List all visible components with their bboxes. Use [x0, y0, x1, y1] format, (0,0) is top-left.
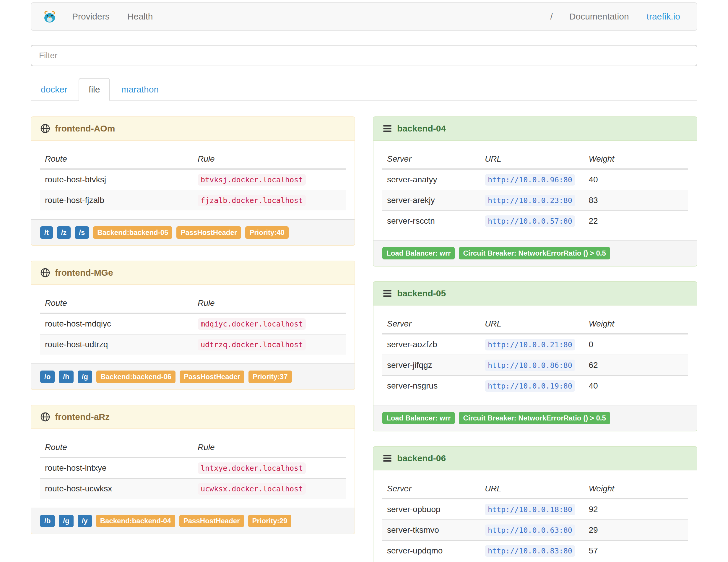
weight-column-header: Weight: [584, 150, 688, 169]
backend-title: backend-05: [397, 288, 446, 298]
server-weight: 40: [584, 169, 688, 190]
server-list-icon: [382, 124, 392, 134]
server-url-code: http://10.0.0.63:80: [485, 524, 575, 536]
entrypoint-badge: /z: [57, 226, 71, 239]
content-row: frontend-AOm Route Rule route-host-btvks…: [22, 116, 706, 562]
server-weight: 0: [584, 334, 688, 355]
rule-column-header: Rule: [193, 150, 346, 169]
frontend-panel-header: frontend-aRz: [31, 405, 355, 429]
tab-marathon[interactable]: marathon: [111, 78, 169, 101]
frontend-config-badge: Backend:backend-04: [96, 515, 175, 527]
frontend-panel-footer: /t/z/sBackend:backend-05PassHostHeaderPr…: [31, 219, 355, 245]
url-cell: http://10.0.0.63:80: [480, 520, 584, 540]
server-url-code: http://10.0.0.86:80: [485, 360, 575, 371]
frontend-config-badge: Backend:backend-05: [93, 226, 172, 239]
server-url-code: http://10.0.0.96:80: [485, 174, 575, 186]
tab-label: docker: [41, 85, 67, 94]
navbar-right: / Documentation traefik.io: [542, 3, 697, 30]
backend-panel: backend-05 Server URL Weight server-aozf…: [373, 281, 697, 431]
server-weight: 62: [584, 355, 688, 376]
server-name: server-arekjy: [382, 190, 480, 211]
route-name: route-host-lntxye: [40, 457, 193, 478]
backend-panel-header: backend-05: [373, 282, 697, 306]
server-url-code: http://10.0.0.57:80: [485, 215, 575, 227]
backend-config-badge: Load Balancer: wrr: [382, 247, 455, 259]
weight-column-header: Weight: [584, 479, 688, 499]
server-column-header: Server: [382, 314, 480, 334]
backend-config-badge: Circuit Breaker: NetworkErrorRatio () > …: [459, 247, 610, 259]
server-weight: 40: [584, 376, 688, 396]
entrypoint-badge: /t: [40, 226, 53, 239]
nav-health[interactable]: Health: [118, 3, 162, 30]
nav-traefik-io-link[interactable]: traefik.io: [638, 3, 689, 30]
server-row: server-rscctn http://10.0.0.57:80 22: [382, 211, 688, 231]
server-url-code: http://10.0.0.23:80: [485, 195, 575, 206]
servers-table-header-row: Server URL Weight: [382, 150, 688, 169]
rule-cell: lntxye.docker.localhost: [193, 457, 346, 478]
frontend-panel-header: frontend-AOm: [31, 117, 355, 141]
tab-label: file: [89, 85, 100, 94]
server-row: server-arekjy http://10.0.0.23:80 83: [382, 190, 688, 211]
frontend-title: frontend-MGe: [55, 268, 113, 278]
entrypoint-badge: /y: [78, 515, 92, 527]
route-row: route-host-ucwksx ucwksx.docker.localhos…: [40, 478, 346, 499]
route-column-header: Route: [40, 150, 193, 169]
traefik-logo[interactable]: [31, 9, 63, 24]
frontends-column: frontend-AOm Route Rule route-host-btvks…: [22, 116, 364, 549]
route-name: route-host-ucwksx: [40, 478, 193, 499]
url-column-header: URL: [480, 150, 584, 169]
frontend-panel-body: Route Rule route-host-btvksj btvksj.dock…: [31, 141, 355, 219]
backends-column: backend-04 Server URL Weight server-anat…: [364, 116, 706, 562]
server-weight: 92: [584, 499, 688, 520]
server-list-icon: [382, 453, 392, 463]
provider-tabs: docker file marathon: [31, 78, 697, 101]
tab-file[interactable]: file: [79, 78, 110, 101]
entrypoint-badge: /b: [40, 515, 55, 527]
backend-panel-header: backend-06: [373, 447, 697, 470]
frontend-panel-header: frontend-MGe: [31, 261, 355, 285]
servers-table: Server URL Weight server-aozfzb http://1…: [382, 314, 688, 396]
route-row: route-host-btvksj btvksj.docker.localhos…: [40, 169, 346, 190]
server-row: server-jifqgz http://10.0.0.86:80 62: [382, 355, 688, 376]
globe-icon: [40, 124, 50, 134]
frontend-config-badge: PassHostHeader: [179, 515, 244, 527]
server-row: server-anatyy http://10.0.0.96:80 40: [382, 169, 688, 190]
frontend-panel: frontend-MGe Route Rule route-host-mdqiy…: [31, 261, 355, 390]
server-name: server-jifqgz: [382, 355, 480, 376]
frontend-config-badge: Priority:29: [248, 515, 292, 527]
frontend-panel: frontend-AOm Route Rule route-host-btvks…: [31, 116, 355, 246]
weight-column-header: Weight: [584, 314, 688, 334]
routes-table-header-row: Route Rule: [40, 294, 346, 313]
backend-panel-body: Server URL Weight server-opbuop http://1…: [373, 470, 697, 562]
tab-docker[interactable]: docker: [31, 78, 77, 101]
url-cell: http://10.0.0.21:80: [480, 334, 584, 355]
frontend-panel-body: Route Rule route-host-mdqiyc mdqiyc.dock…: [31, 285, 355, 363]
server-row: server-aozfzb http://10.0.0.21:80 0: [382, 334, 688, 355]
server-name: server-updqmo: [382, 540, 480, 561]
backend-panel-footer: Load Balancer: wrrCircuit Breaker: Netwo…: [373, 240, 697, 266]
route-name: route-host-fjzalb: [40, 190, 193, 210]
traefik-logo-icon: [43, 9, 57, 24]
route-rule-code: btvksj.docker.localhost: [198, 174, 306, 186]
server-url-code: http://10.0.0.21:80: [485, 339, 575, 350]
server-column-header: Server: [382, 150, 480, 169]
route-rule-code: fjzalb.docker.localhost: [198, 195, 306, 206]
backend-panel-footer: Load Balancer: wrrCircuit Breaker: Netwo…: [373, 405, 697, 431]
frontend-panel: frontend-aRz Route Rule route-host-lntxy…: [31, 405, 355, 534]
tab-label: marathon: [121, 85, 159, 94]
filter-input[interactable]: [31, 45, 697, 66]
globe-icon: [40, 412, 50, 422]
frontend-panel-footer: /b/g/yBackend:backend-04PassHostHeaderPr…: [31, 508, 355, 534]
url-cell: http://10.0.0.83:80: [480, 540, 584, 561]
route-column-header: Route: [40, 294, 193, 313]
server-name: server-opbuop: [382, 499, 480, 520]
server-weight: 22: [584, 211, 688, 231]
url-cell: http://10.0.0.96:80: [480, 169, 584, 190]
nav-documentation[interactable]: Documentation: [560, 3, 638, 30]
backend-panel: backend-04 Server URL Weight server-anat…: [373, 116, 697, 267]
entrypoint-badge: /o: [40, 371, 55, 383]
nav-providers[interactable]: Providers: [63, 3, 118, 30]
servers-table: Server URL Weight server-opbuop http://1…: [382, 479, 688, 561]
rule-column-header: Rule: [193, 438, 346, 457]
frontend-title: frontend-AOm: [55, 124, 115, 134]
